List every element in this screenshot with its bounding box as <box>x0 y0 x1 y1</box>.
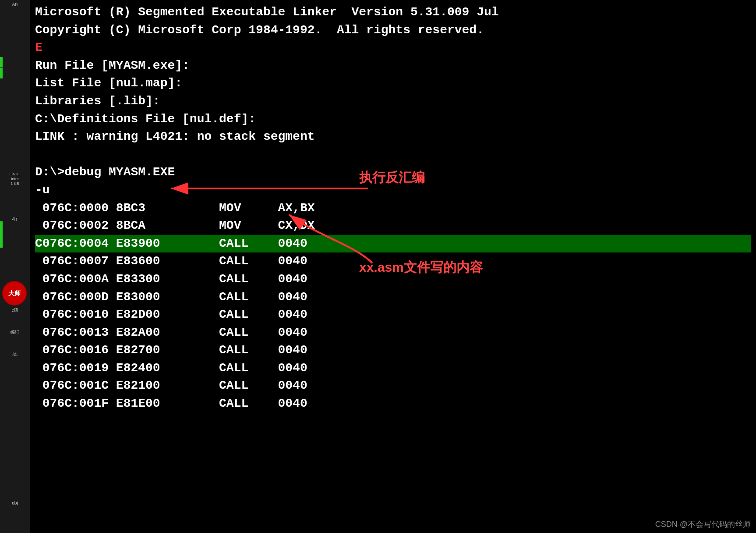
svg-text:大师: 大师 <box>8 290 21 297</box>
sidebar: An <box>0 0 30 533</box>
terminal-line-8: LINK : warning L4021: no stack segment <box>35 128 751 146</box>
sidebar-logo: An <box>12 2 18 7</box>
green-bar-1 <box>0 57 3 68</box>
green-bar-3 <box>0 221 3 248</box>
sidebar-item-obj: obj <box>0 500 30 507</box>
terminal-line-19: 076C:0013 E82A00 CALL 0040 <box>35 324 751 342</box>
terminal-line-20: 076C:0016 E82700 CALL 0040 <box>35 341 751 359</box>
terminal-line-21: 076C:0019 E82400 CALL 0040 <box>35 359 751 377</box>
terminal-line-6: Libraries [.lib]: <box>35 92 751 110</box>
sidebar-item-link: LINK_Inter1 KB <box>0 171 30 187</box>
sidebar-item-4: 4↑ <box>0 215 30 224</box>
arrow-disassemble <box>166 175 372 210</box>
sidebar-item-c: c语 <box>0 307 30 314</box>
csdn-watermark: CSDN @不会写代码的丝师 <box>655 519 751 529</box>
terminal-line-17: 076C:000D E83000 CALL 0040 <box>35 288 751 306</box>
sidebar-item-bian: 编订 <box>0 329 30 336</box>
terminal-line-23: 076C:001F E81E00 CALL 0040 <box>35 395 751 413</box>
red-circle-logo: 大师 <box>2 281 27 306</box>
sidebar-item-addr: 址, <box>0 351 30 358</box>
green-bar-2 <box>0 68 3 78</box>
terminal-line-5: List File [nul.map]: <box>35 75 751 92</box>
terminal-line-1: Microsoft (R) Segmented Executable Linke… <box>35 4 751 21</box>
sidebar-item-link-label: LINK_Inter1 KB <box>1 172 29 186</box>
terminal-line-7: C:\Definitions File [nul.def]: <box>35 110 751 128</box>
terminal-line-18: 076C:0010 E82D00 CALL 0040 <box>35 306 751 324</box>
terminal-line-3: E <box>35 39 751 57</box>
sidebar-item-4-label: 4↑ <box>1 216 29 223</box>
terminal-line-9 <box>35 146 751 164</box>
terminal-line-4: Run File [MYASM.exe]: <box>35 57 751 75</box>
arrow-asm-content <box>285 210 394 272</box>
terminal-line-22: 076C:001C E82100 CALL 0040 <box>35 377 751 395</box>
terminal-line-2: Copyright (C) Microsoft Corp 1984-1992. … <box>35 21 751 39</box>
